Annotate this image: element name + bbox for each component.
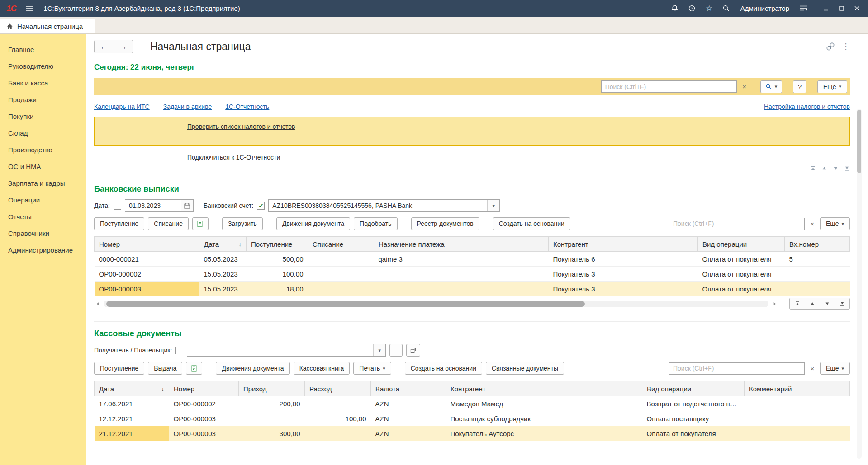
bank-receipt-button[interactable]: Поступление xyxy=(94,217,144,230)
bank-writeoff-button[interactable]: Списание xyxy=(148,217,189,230)
tasks-scroll-down-icon[interactable] xyxy=(833,165,839,171)
sidebar-item-administration[interactable]: Администрирование xyxy=(0,242,86,258)
favorites-star-icon[interactable]: ☆ xyxy=(702,2,717,15)
bank-col-writeoff[interactable]: Списание xyxy=(308,237,374,252)
cash-issue-button[interactable]: Выдача xyxy=(148,362,182,375)
main-menu-icon[interactable] xyxy=(24,2,36,15)
link-connect-1c-reporting[interactable]: Подключиться к 1С-Отчетности xyxy=(187,154,280,161)
bank-pick-button[interactable]: Подобрать xyxy=(354,217,398,230)
go-next-row-icon[interactable] xyxy=(820,298,835,309)
payer-open-icon[interactable] xyxy=(406,344,420,357)
payer-combo-input[interactable] xyxy=(187,344,373,356)
tasks-search-button[interactable]: ▾ xyxy=(760,80,783,93)
close-icon[interactable] xyxy=(849,2,864,15)
cash-book-button[interactable]: Кассовая книга xyxy=(294,362,350,375)
tab-home[interactable]: Начальная страница xyxy=(0,19,95,33)
sidebar-item-payroll[interactable]: Зарплата и кадры xyxy=(0,175,86,192)
sidebar-item-sales[interactable]: Продажи xyxy=(0,91,86,108)
bank-col-purpose[interactable]: Назначение платежа xyxy=(374,237,549,252)
date-filter-checkbox[interactable] xyxy=(114,202,121,210)
maximize-icon[interactable] xyxy=(834,2,849,15)
cash-search-clear-icon[interactable]: × xyxy=(807,363,817,374)
sidebar-item-manager[interactable]: Руководителю xyxy=(0,58,86,75)
table-row-selected[interactable]: ОР00-000003 15.05.2023 18,00 Покупатель … xyxy=(95,282,850,296)
cash-col-expense[interactable]: Расход xyxy=(305,381,371,396)
go-last-row-icon[interactable] xyxy=(835,298,849,309)
bank-search-clear-icon[interactable]: × xyxy=(807,218,817,229)
link-archived-tasks[interactable]: Задачи в архиве xyxy=(163,103,212,110)
sidebar-item-warehouse[interactable]: Склад xyxy=(0,125,86,141)
go-prev-row-icon[interactable] xyxy=(805,298,820,309)
cash-col-comment[interactable]: Комментарий xyxy=(745,381,850,396)
cash-col-operation[interactable]: Вид операции xyxy=(642,381,745,396)
tasks-more-button[interactable]: Еще▾ xyxy=(817,80,847,93)
bank-create-based-button[interactable]: Создать на основании xyxy=(493,217,570,230)
tasks-search-input[interactable] xyxy=(601,80,737,93)
cash-print-button[interactable]: Печать▾ xyxy=(353,362,391,375)
cash-col-contragent[interactable]: Контрагент xyxy=(446,381,642,396)
cash-movements-button[interactable]: Движения документа xyxy=(216,362,289,375)
service-menu-icon[interactable] xyxy=(796,2,811,15)
cash-col-date[interactable]: Дата↓ xyxy=(95,381,169,396)
bank-col-contragent[interactable]: Контрагент xyxy=(549,237,698,252)
sidebar-item-bank-cash[interactable]: Банк и касса xyxy=(0,75,86,91)
bank-col-innumber[interactable]: Вх.номер xyxy=(785,237,850,252)
table-row-selected[interactable]: 21.12.2021 ОР00-000003 300,00 AZN Покупа… xyxy=(95,426,850,441)
bank-col-number[interactable]: Номер xyxy=(95,237,199,252)
bank-account-dropdown-icon[interactable]: ▾ xyxy=(487,200,499,211)
sidebar-item-reports[interactable]: Отчеты xyxy=(0,208,86,225)
payer-dropdown-icon[interactable]: ▾ xyxy=(373,344,385,356)
notifications-bell-icon[interactable] xyxy=(667,2,683,15)
payer-ellipsis-button[interactable]: ... xyxy=(389,344,403,357)
table-row[interactable]: 17.06.2021 ОР00-000002 200,00 AZN Мамедо… xyxy=(95,396,850,411)
sidebar-item-main[interactable]: Главное xyxy=(0,41,86,58)
table-row[interactable]: 0000-000021 05.05.2023 500,00 qaime 3 По… xyxy=(95,252,850,267)
vertical-scrollbar-thumb[interactable] xyxy=(857,110,861,173)
hscroll-right-icon[interactable] xyxy=(771,300,778,307)
cash-receipt-button[interactable]: Поступление xyxy=(94,362,144,375)
more-actions-icon[interactable]: ⋮ xyxy=(842,42,850,52)
sidebar-item-operations[interactable]: Операции xyxy=(0,192,86,208)
table-row[interactable]: ОР00-000002 15.05.2023 100,00 Покупатель… xyxy=(95,267,850,282)
history-icon[interactable] xyxy=(684,2,700,15)
link-tax-report-settings[interactable]: Настройка налогов и отчетов xyxy=(764,103,850,110)
tasks-scroll-bottom-icon[interactable] xyxy=(844,165,850,171)
cash-col-income[interactable]: Приход xyxy=(239,381,305,396)
table-row[interactable]: 12.12.2021 ОР00-000003 100,00 AZN Постав… xyxy=(95,411,850,426)
sidebar-item-fixed-assets[interactable]: ОС и НМА xyxy=(0,158,86,175)
bank-col-date[interactable]: Дата↓ xyxy=(199,237,247,252)
date-input[interactable] xyxy=(125,200,181,211)
cash-related-docs-button[interactable]: Связанные документы xyxy=(486,362,564,375)
get-link-icon[interactable] xyxy=(826,42,835,51)
payer-filter-checkbox[interactable] xyxy=(175,347,183,354)
bank-register-button[interactable]: Реестр документов xyxy=(411,217,479,230)
cash-doc-icon[interactable] xyxy=(186,362,202,375)
bank-statement-doc-icon[interactable] xyxy=(192,217,209,230)
tasks-help-button[interactable]: ? xyxy=(793,80,806,93)
current-user[interactable]: Администратор xyxy=(740,5,789,12)
vertical-scrollbar[interactable] xyxy=(857,109,862,459)
horizontal-scrollbar-thumb[interactable] xyxy=(106,301,585,307)
minimize-icon[interactable] xyxy=(818,2,834,15)
horizontal-scrollbar[interactable] xyxy=(104,301,768,307)
link-1c-reporting[interactable]: 1С-Отчетность xyxy=(225,103,269,110)
cash-col-currency[interactable]: Валюта xyxy=(371,381,446,396)
sidebar-item-production[interactable]: Производство xyxy=(0,141,86,158)
back-icon[interactable]: ← xyxy=(95,40,114,53)
global-search-icon[interactable] xyxy=(719,2,734,15)
go-first-row-icon[interactable] xyxy=(790,298,805,309)
cash-create-based-button[interactable]: Создать на основании xyxy=(405,362,482,375)
link-check-tax-list[interactable]: Проверить список налогов и отчетов xyxy=(187,123,295,130)
bank-col-receipt[interactable]: Поступление xyxy=(247,237,308,252)
sidebar-item-purchases[interactable]: Покупки xyxy=(0,108,86,125)
tasks-scroll-up-icon[interactable] xyxy=(821,165,827,171)
bank-account-checkbox[interactable]: ✔ xyxy=(257,202,265,210)
cash-search-input[interactable] xyxy=(669,362,805,375)
bank-col-operation[interactable]: Вид операции xyxy=(698,237,785,252)
tasks-scroll-top-icon[interactable] xyxy=(810,165,816,171)
sidebar-item-references[interactable]: Справочники xyxy=(0,225,86,242)
forward-icon[interactable]: → xyxy=(114,40,133,53)
cash-col-number[interactable]: Номер xyxy=(169,381,239,396)
bank-search-input[interactable] xyxy=(669,218,805,230)
tasks-search-clear-icon[interactable]: × xyxy=(740,81,749,92)
